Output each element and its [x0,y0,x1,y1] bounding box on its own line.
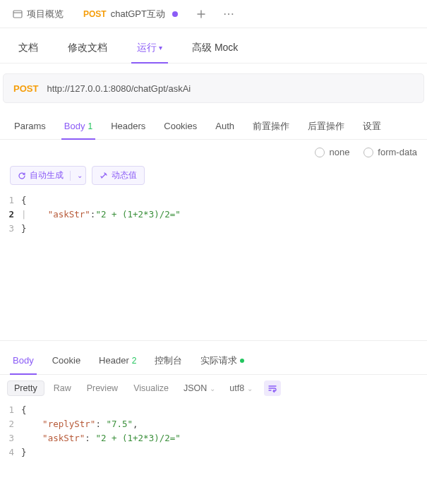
radio-icon [315,148,325,157]
body-type-none[interactable]: none [315,147,349,157]
wrap-icon [267,383,277,393]
wrap-toggle-button[interactable] [264,380,281,396]
view-pretty[interactable]: Pretty [7,380,44,396]
radio-icon [363,148,373,157]
line-number: 1 [0,403,21,417]
line-number: 3 [0,222,21,236]
cursor-icon: | [21,209,27,220]
reqtab-post[interactable]: 后置操作 [301,113,351,139]
plus-icon [196,9,206,19]
header-count-badge: 2 [132,356,137,366]
wand-icon [100,172,108,180]
request-body-editor[interactable]: 1 { 2 | "askStr":"2 + (1+2*3)/2=" 3 } [0,192,427,333]
panel-divider[interactable] [0,340,427,341]
reqtab-cookies[interactable]: Cookies [157,113,204,139]
view-preview[interactable]: Preview [80,381,124,395]
ellipsis-icon: ⋯ [223,7,234,20]
reqtab-params[interactable]: Params [7,113,53,139]
reqtab-pre[interactable]: 前置操作 [246,113,296,139]
line-number: 4 [0,445,21,460]
chevron-down-icon: ⌄ [210,385,215,392]
resptab-console[interactable]: 控制台 [149,347,188,374]
body-count-badge: 1 [88,121,92,131]
encoding-dropdown[interactable]: utf8⌄ [224,381,258,395]
url-bar[interactable]: POST http://127.0.0.1:8080/chatGpt/askAi [3,73,424,103]
resptab-header[interactable]: Header 2 [93,347,142,374]
top-tab-bar: 项目概览 POST chatGPT互动 ⋯ [0,0,427,28]
sub-nav: 文档 修改文档 运行▾ 高级 Mock [0,32,427,64]
response-tabs: Body Cookie Header 2 控制台 实际请求 [0,347,427,375]
line-number: 1 [0,193,21,208]
reqtab-headers[interactable]: Headers [104,113,152,139]
chevron-down-icon[interactable]: ⌄ [77,172,83,179]
subnav-mock[interactable]: 高级 Mock [186,32,243,63]
dynamic-value-button[interactable]: 动态值 [92,166,145,185]
body-type-form-data[interactable]: form-data [363,147,417,157]
svg-rect-0 [13,11,22,18]
reqtab-body[interactable]: Body1 [57,113,100,139]
editor-toolbar: 自动生成 ⌄ 动态值 [0,162,427,192]
line-number: 2 [0,208,21,222]
line-number: 3 [0,431,21,445]
subnav-doc[interactable]: 文档 [13,32,44,63]
tab-api-chatgpt[interactable]: POST chatGPT互动 [73,0,188,28]
body-type-row: none form-data [0,140,427,162]
request-tabs: Params Body1 Headers Cookies Auth 前置操作 后… [0,113,427,140]
method-badge: POST [83,9,107,19]
tab-label: 项目概览 [27,8,64,20]
tab-api-name: chatGPT互动 [111,8,165,20]
resptab-actual-request[interactable]: 实际请求 [195,347,250,374]
reqtab-settings[interactable]: 设置 [356,113,388,139]
http-method[interactable]: POST [13,83,38,94]
response-body-viewer[interactable]: 1 { 2 "replyStr": "7.5", 3 "askStr": "2 … [0,402,427,460]
url-input[interactable]: http://127.0.0.1:8080/chatGpt/askAi [47,83,191,94]
reqtab-auth[interactable]: Auth [208,113,241,139]
chevron-down-icon: ▾ [159,44,162,52]
view-raw[interactable]: Raw [47,381,78,395]
line-number: 2 [0,417,21,431]
response-controls: Pretty Raw Preview Visualize JSON⌄ utf8⌄ [0,375,427,402]
refresh-icon [18,172,26,180]
auto-generate-button[interactable]: 自动生成 ⌄ [10,166,86,185]
status-dot-icon [240,359,244,363]
resptab-body[interactable]: Body [7,347,40,374]
subnav-edit-doc[interactable]: 修改文档 [62,32,113,63]
view-visualize[interactable]: Visualize [127,381,175,395]
new-tab-button[interactable] [188,0,215,28]
overview-icon [13,9,23,19]
subnav-run[interactable]: 运行▾ [131,32,168,63]
more-tabs-button[interactable]: ⋯ [215,0,243,28]
resptab-cookie[interactable]: Cookie [47,347,86,374]
unsaved-indicator-icon [172,11,178,17]
chevron-down-icon: ⌄ [247,385,253,392]
format-dropdown[interactable]: JSON⌄ [178,381,221,395]
tab-project-overview[interactable]: 项目概览 [3,0,73,28]
